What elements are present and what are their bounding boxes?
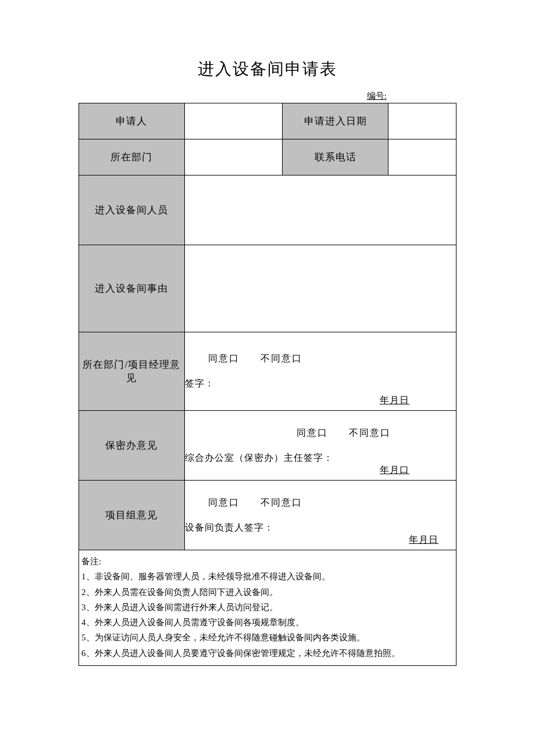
table-row: 进入设备间事由 [79,245,456,332]
field-personnel[interactable] [184,175,456,245]
security-signature-label: 综合办公室（保密办）主任签字： [185,452,456,464]
date-label: 年月口 [380,464,409,476]
label-dept-opinion: 所在部门/项目经理意见 [79,332,185,411]
notes-item: 3、外来人员进入设备间需进行外来人员访问登记。 [81,600,454,615]
document-title: 进入设备间申请表 [79,58,456,80]
label-project-opinion: 项目组意见 [79,481,185,550]
notes-section: 备注: 1、非设备间、服务器管理人员，未经领导批准不得进入设备间。 2、外来人员… [79,550,456,666]
field-project-opinion[interactable]: 同意口 不同意口 设备间负责人签字： 年月日 [184,481,456,550]
label-security-opinion: 保密办意见 [79,411,185,481]
table-row: 所在部门/项目经理意见 同意口 不同意口 签字： 年月日 [79,332,456,411]
project-signature-label: 设备间负责人签字： [185,522,456,534]
disagree-checkbox-label: 不同意口 [261,497,302,507]
date-label: 年月日 [380,395,409,407]
field-dept-opinion[interactable]: 同意口 不同意口 签字： 年月日 [184,332,456,411]
notes-item: 1、非设备间、服务器管理人员，未经领导批准不得进入设备间。 [81,569,454,584]
table-row: 项目组意见 同意口 不同意口 设备间负责人签字： 年月日 [79,481,456,550]
field-security-opinion[interactable]: 同意口 不同意口 综合办公室（保密办）主任签字： 年月口 [184,411,456,481]
field-phone[interactable] [388,139,456,175]
label-phone: 联系电话 [283,139,388,175]
agree-checkbox-label: 同意口 [297,428,328,438]
field-reason[interactable] [184,245,456,332]
application-form-table: 申请人 申请进入日期 所在部门 联系电话 进入设备间人员 进入设备间事由 所在部… [79,103,456,550]
notes-item: 6、外来人员进入设备间人员要遵守设备间保密管理规定，未经允许不得随意拍照。 [81,646,454,661]
serial-number-label: 编号: [79,91,456,102]
date-label: 年月日 [409,534,438,546]
table-row: 申请人 申请进入日期 [79,103,456,139]
label-personnel: 进入设备间人员 [79,175,185,245]
label-department: 所在部门 [79,139,185,175]
notes-item: 5、为保证访问人员人身安全，未经允许不得随意碰触设备间内各类设施。 [81,630,454,645]
signature-label: 签字： [185,378,456,390]
label-reason: 进入设备间事由 [79,245,185,332]
notes-item: 4、外来人员进入设备间人员需遵守设备间各项规章制度。 [81,615,454,630]
field-department[interactable] [184,139,283,175]
disagree-checkbox-label: 不同意口 [349,428,391,438]
notes-item: 2、外来人员需在设备间负责人陪同下进入设备间。 [81,585,454,600]
label-apply-date: 申请进入日期 [283,103,388,139]
notes-title: 备注: [81,554,454,569]
table-row: 所在部门 联系电话 [79,139,456,175]
disagree-checkbox-label: 不同意口 [261,353,302,363]
agree-checkbox-label: 同意口 [208,353,240,363]
agree-checkbox-label: 同意口 [208,497,240,507]
table-row: 保密办意见 同意口 不同意口 综合办公室（保密办）主任签字： 年月口 [79,411,456,481]
table-row: 进入设备间人员 [79,175,456,245]
label-applicant: 申请人 [79,103,185,139]
field-applicant[interactable] [184,103,283,139]
field-apply-date[interactable] [388,103,456,139]
